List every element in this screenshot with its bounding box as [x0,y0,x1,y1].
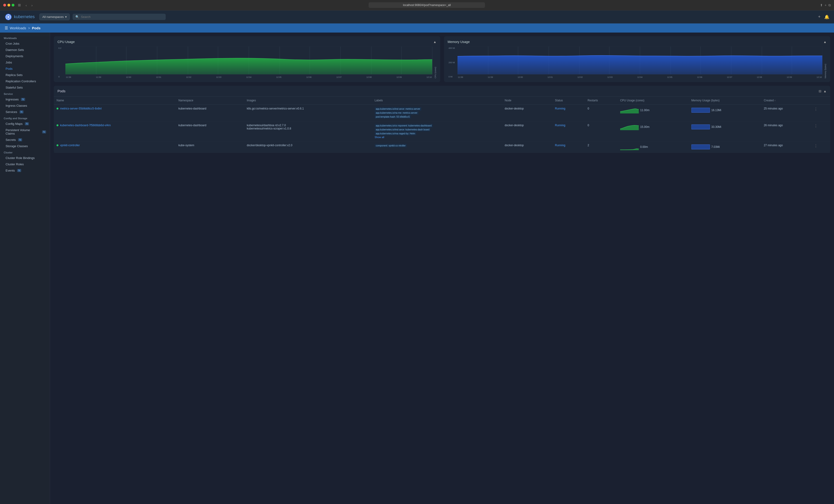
th-created[interactable]: Created ↑ [761,96,811,105]
cpu-chart-title: CPU Usage [58,40,75,44]
back-button[interactable]: ‹ [24,3,28,8]
cpu-chart-collapse-button[interactable]: ▲ [433,40,437,44]
mem-y-tick-200: 200 Mi [449,61,455,64]
sidebar: Workloads Cron Jobs Daemon Sets Deployme… [0,32,50,504]
pod-namespace: kubernetes-dashboard [176,105,244,121]
pod-node: docker-desktop [502,121,552,141]
new-tab-icon[interactable]: + [825,3,827,7]
cpu-mini-chart [620,107,639,113]
menu-icon[interactable]: ☰ [5,26,8,30]
sidebar-item-cluster-roles[interactable]: Cluster Roles [0,161,50,167]
search-input[interactable] [81,15,163,19]
share-icon[interactable]: ⬆ [820,3,823,7]
pod-cpu-usage: 15.00m [617,121,688,141]
pod-status: Running [552,105,585,121]
sidebar-item-daemon-sets[interactable]: Daemon Sets [0,47,50,53]
pod-node: docker-desktop [502,105,552,121]
close-button[interactable] [3,4,6,6]
th-memory[interactable]: Memory Usage (bytes) [688,96,761,105]
sidebar-item-persistent-volume-claims[interactable]: Persistent Volume Claims N [0,127,50,137]
pods-title: Pods [58,89,65,93]
filter-icon[interactable]: ⊟ [819,89,821,93]
pod-row-menu[interactable]: ⋮ [811,105,830,121]
sidebar-item-jobs[interactable]: Jobs [0,59,50,66]
notification-bell-icon[interactable]: 🔔 [824,15,829,20]
search-icon: 🔍 [75,15,79,19]
kubernetes-logo-icon [5,13,12,21]
sidebar-item-events[interactable]: Events N [0,167,50,174]
pod-row-menu[interactable]: ⋮ [811,141,830,153]
sidebar-item-secrets[interactable]: Secrets N [0,137,50,143]
forward-button[interactable]: › [30,3,34,8]
pod-created: 27 minutes ago [761,141,811,153]
th-restarts[interactable]: Restarts [585,96,617,105]
memory-mini-chart-2 [692,124,710,130]
pod-row-menu[interactable]: ⋮ [811,121,830,141]
pods-table: Name Namespace Images Labels Node Status… [54,96,830,153]
th-status[interactable]: Status [552,96,585,105]
mem-y-tick-0: 0 Mi [449,75,455,78]
minimize-button[interactable] [7,4,10,6]
sidebar-item-ingress-classes[interactable]: Ingress Classes [0,102,50,109]
mem-y-tick-400: 400 Mi [449,47,455,49]
pods-collapse-button[interactable]: ▲ [823,89,827,93]
content-area: CPU Usage ▲ 0.2 0 [50,32,834,504]
memory-mini-chart-3 [692,144,710,150]
sidebar-item-cluster-role-bindings[interactable]: Cluster Role Bindings [0,155,50,161]
pod-status-cell: vpnkit-controller [54,141,176,153]
url-bar[interactable]: localhost:9080/#/pod?namespace=_all [369,2,485,8]
row-menu-button[interactable]: ⋮ [814,144,818,148]
pod-status-cell: kubernetes-dashboard-7f5666bb6d-vl4rn [54,121,176,141]
tab-grid-icon[interactable]: ⊞ [17,3,22,8]
pod-labels: app.kubernetes.io/co mponent: kubernetes… [372,121,502,141]
pod-name-link[interactable]: vpnkit-controller [60,144,80,147]
pods-section: Pods ⊟ ▲ Name Namespace Images Labels No… [54,86,830,153]
th-labels[interactable]: Labels [372,96,502,105]
breadcrumb-separator: > [28,26,30,30]
pods-actions: ⊟ ▲ [819,89,827,93]
memory-chart-svg [458,46,822,74]
th-images[interactable]: Images [244,96,372,105]
cpu-y-label: CPU (cores) [434,46,437,78]
pod-restarts: 2 [585,141,617,153]
main-layout: Workloads Cron Jobs Daemon Sets Deployme… [0,32,834,504]
pod-node: docker-desktop [502,141,552,153]
sidebar-item-replication-controllers[interactable]: Replication Controllers [0,78,50,84]
namespace-selector[interactable]: All namespaces ▾ [39,14,70,20]
sidebar-item-storage-classes[interactable]: Storage Classes [0,143,50,149]
memory-chart-collapse-button[interactable]: ▲ [823,40,827,44]
breadcrumb-workloads[interactable]: Workloads [10,26,26,30]
sidebar-item-config-maps[interactable]: Config Maps N [0,121,50,127]
pod-memory-usage: 33.30Mi [688,121,761,141]
row-menu-button[interactable]: ⋮ [814,124,818,128]
sidebar-item-pods[interactable]: Pods [0,66,50,72]
row-menu-button[interactable]: ⋮ [814,107,818,111]
sidebar-section-service: Service [0,91,50,96]
th-namespace[interactable]: Namespace [176,96,244,105]
sidebar-item-stateful-sets[interactable]: Stateful Sets [0,84,50,91]
sidebar-item-deployments[interactable]: Deployments [0,53,50,59]
header-actions: + 🔔 [818,15,829,20]
browser-actions: ⬆ + ⧉ [820,3,831,7]
show-all-labels-link[interactable]: Show all [375,136,385,139]
cpu-x-labels: 11:58 11:59 12:00 12:01 12:02 12:03 12:0… [65,76,432,78]
charts-row: CPU Usage ▲ 0.2 0 [54,36,830,82]
th-node[interactable]: Node [502,96,552,105]
sidebar-section-workloads: Workloads [0,35,50,41]
sidebar-item-cron-jobs[interactable]: Cron Jobs [0,41,50,47]
pods-header: Pods ⊟ ▲ [54,86,830,96]
sidebar-item-services[interactable]: Services N [0,109,50,115]
add-button[interactable]: + [818,15,820,19]
sidebar-toggle-icon[interactable]: ⧉ [829,3,831,7]
sidebar-item-replica-sets[interactable]: Replica Sets [0,72,50,78]
maximize-button[interactable] [12,4,15,6]
sort-icon: ↑ [774,99,775,102]
breadcrumb-bar: ☰ Workloads > Pods [0,23,834,32]
pod-name-link[interactable]: metrics-server-55b9dd6cc5-8x8nl [60,107,102,110]
search-bar[interactable]: 🔍 [72,14,166,20]
pod-cpu-usage: 0.00m [617,141,688,153]
sidebar-item-ingresses[interactable]: Ingresses N [0,96,50,102]
pod-name-link[interactable]: kubernetes-dashboard-7f5666bb6d-vl4rn [60,124,111,127]
th-cpu[interactable]: CPU Usage (cores) [617,96,688,105]
th-name[interactable]: Name [54,96,176,105]
